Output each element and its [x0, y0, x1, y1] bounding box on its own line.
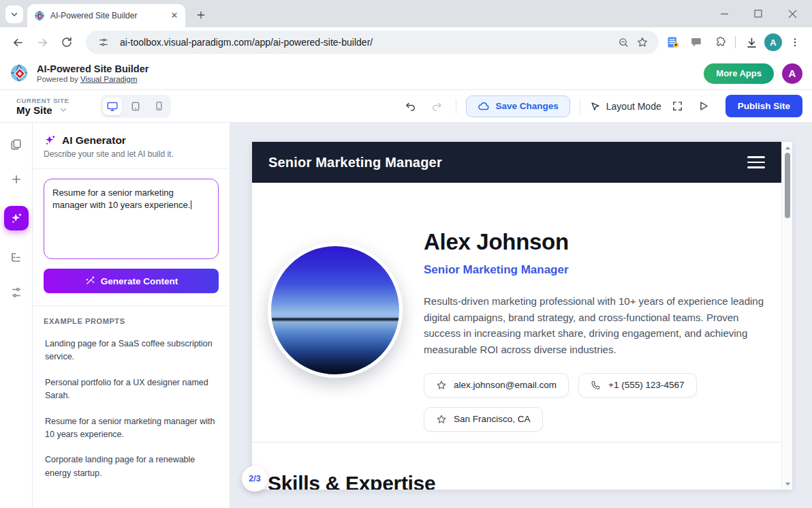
app-title: AI-Powered Site Builder: [37, 63, 149, 75]
toolbar-divider: [735, 36, 736, 48]
address-bar[interactable]: ai-toolbox.visual-paradigm.com/app/ai-po…: [86, 31, 659, 54]
ai-generator-button[interactable]: [4, 206, 29, 230]
favicon-icon: [34, 10, 45, 21]
toolbar-separator: [580, 99, 580, 114]
contact-chip-email[interactable]: alex.johnson@email.com: [424, 373, 569, 398]
preview-play-icon[interactable]: [694, 97, 713, 116]
tab-close-icon[interactable]: ✕: [169, 10, 180, 21]
star-icon: [436, 414, 447, 425]
panel-title: AI Generator: [62, 134, 126, 147]
cursor-icon: [590, 101, 601, 112]
site-preview-canvas: Senior Marketing Manager Alex Johnson Se…: [252, 142, 792, 490]
desktop-icon: [106, 100, 119, 113]
back-button[interactable]: [7, 31, 29, 53]
more-apps-button[interactable]: More Apps: [704, 63, 774, 84]
scroll-up-icon[interactable]: [782, 143, 792, 153]
preview-scrollbar[interactable]: [781, 142, 792, 490]
window-controls: [717, 0, 807, 27]
scroll-down-icon[interactable]: [782, 479, 792, 488]
tablet-icon: [130, 101, 141, 112]
ai-sparkles-icon: [10, 211, 23, 225]
save-changes-button[interactable]: Save Changes: [466, 95, 569, 117]
example-prompt[interactable]: Landing page for a SaaS coffee subscript…: [44, 338, 219, 364]
generation-progress-badge: 2/3: [242, 466, 268, 492]
desktop-view-button[interactable]: [103, 98, 122, 115]
tab-title: AI-Powered Site Builder: [50, 11, 163, 20]
layout-mode-button[interactable]: Layout Mode: [590, 101, 661, 112]
tree-list-icon: [10, 251, 22, 264]
current-site-selector[interactable]: CURRENT SITE My Site: [16, 97, 69, 116]
app-header: AI-Powered Site Builder Powered by Visua…: [0, 57, 812, 90]
settings-sliders-icon: [10, 286, 22, 299]
phone-icon: [591, 380, 602, 391]
ai-generator-panel: AI Generator Describe your site and let …: [33, 123, 230, 508]
reload-button[interactable]: [56, 31, 78, 53]
preview-nav-title: Senior Marketing Manager: [268, 155, 442, 170]
plus-icon: [10, 173, 22, 185]
preview-hero-section: Alex Johnson Senior Marketing Manager Re…: [252, 183, 781, 443]
magic-wand-icon: [84, 275, 95, 286]
panel-header: AI Generator Describe your site and let …: [33, 123, 230, 169]
contact-chip-phone[interactable]: +1 (555) 123-4567: [578, 373, 696, 398]
person-name: Alex Johnson: [424, 229, 766, 255]
settings-button[interactable]: [7, 284, 25, 301]
undo-button[interactable]: [401, 97, 420, 116]
url-text[interactable]: ai-toolbox.visual-paradigm.com/app/ai-po…: [120, 37, 614, 48]
chevron-down-icon: [10, 10, 18, 18]
browser-profile-avatar[interactable]: A: [764, 33, 782, 51]
pages-button[interactable]: [7, 135, 25, 153]
tablet-view-button[interactable]: [126, 98, 145, 115]
preview-stage: Senior Marketing Manager Alex Johnson Se…: [230, 123, 812, 508]
scrollbar-thumb[interactable]: [785, 153, 790, 218]
mobile-view-button[interactable]: [149, 98, 168, 115]
user-avatar[interactable]: A: [782, 63, 802, 84]
browser-toolbar: ai-toolbox.visual-paradigm.com/app/ai-po…: [0, 27, 812, 57]
profile-photo: [268, 243, 403, 378]
contact-chips: alex.johnson@email.com +1 (555) 123-4567…: [424, 373, 710, 432]
ai-sparkles-icon: [44, 134, 57, 147]
text-caret: [191, 200, 191, 209]
bookmark-star-icon[interactable]: [633, 33, 652, 52]
example-prompt[interactable]: Personal portfolio for a UX designer nam…: [44, 376, 219, 403]
generate-content-button[interactable]: Generate Content: [44, 269, 219, 293]
device-toggle: [100, 95, 171, 118]
current-site-label: CURRENT SITE: [16, 97, 69, 104]
person-summary: Results-driven marketing professional wi…: [424, 293, 766, 358]
example-prompt[interactable]: Corporate landing page for a renewable e…: [44, 453, 219, 480]
forward-button[interactable]: [31, 31, 53, 53]
browser-titlebar: AI-Powered Site Builder ✕: [0, 0, 812, 27]
site-settings-icon[interactable]: [94, 33, 113, 52]
structure-tree-button[interactable]: [7, 248, 25, 266]
fullscreen-icon[interactable]: [668, 97, 687, 116]
example-prompt[interactable]: Resume for a senior marketing manager wi…: [44, 415, 219, 442]
chevron-down-icon: [59, 106, 67, 114]
prompt-input[interactable]: Resume for a senior marketing manager wi…: [44, 179, 219, 259]
contact-chip-location[interactable]: San Francisco, CA: [424, 407, 543, 432]
extensions-area: A: [663, 32, 807, 53]
example-prompts: EXAMPLE PROMPTS Landing page for a SaaS …: [33, 306, 230, 491]
minimize-button[interactable]: [717, 6, 732, 21]
publish-site-button[interactable]: Publish Site: [725, 95, 802, 117]
kebab-menu-icon[interactable]: [785, 32, 805, 53]
hamburger-menu-icon[interactable]: [747, 156, 765, 168]
browser-tab[interactable]: AI-Powered Site Builder ✕: [27, 4, 185, 27]
app-titles: AI-Powered Site Builder Powered by Visua…: [37, 63, 149, 83]
visual-paradigm-logo: [10, 63, 30, 84]
comment-icon[interactable]: [686, 32, 706, 53]
pages-icon: [10, 138, 22, 151]
new-tab-button[interactable]: [192, 6, 210, 24]
extensions-puzzle-icon[interactable]: [709, 32, 730, 53]
example-prompts-title: EXAMPLE PROMPTS: [44, 317, 219, 325]
add-section-button[interactable]: [7, 170, 25, 188]
downloads-icon[interactable]: [741, 32, 762, 53]
redo-button[interactable]: [427, 97, 446, 116]
close-button[interactable]: [785, 6, 800, 21]
left-icon-rail: [0, 123, 33, 508]
app-toolbar: CURRENT SITE My Site Save Changes: [0, 90, 812, 123]
powered-by: Powered by Visual Paradigm: [37, 75, 149, 83]
side-panel-icon[interactable]: [663, 32, 683, 53]
tab-search-button[interactable]: [5, 5, 23, 23]
visual-paradigm-link[interactable]: Visual Paradigm: [80, 75, 138, 83]
maximize-button[interactable]: [751, 6, 766, 21]
zoom-out-icon[interactable]: [614, 33, 633, 52]
